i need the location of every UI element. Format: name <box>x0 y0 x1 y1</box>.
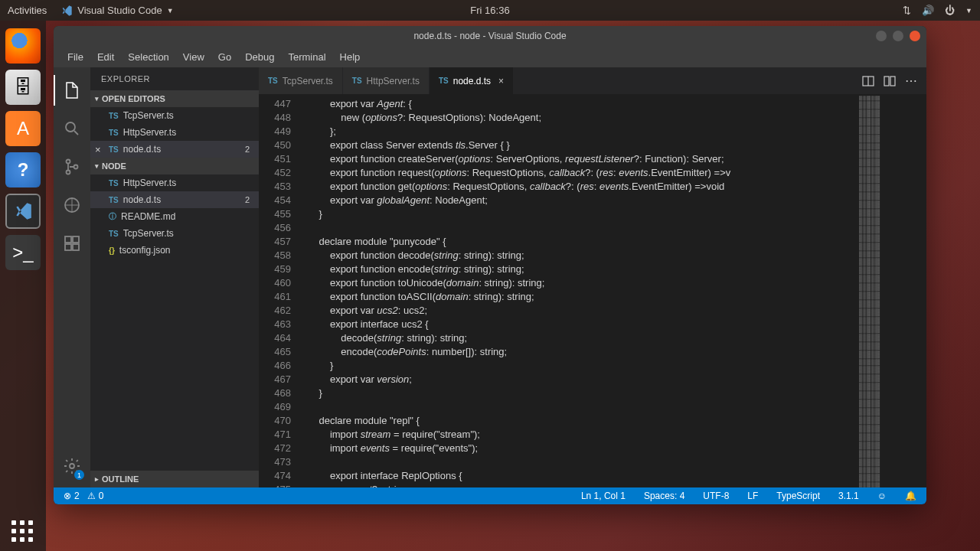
dock-firefox[interactable] <box>5 28 41 64</box>
debug-tab[interactable] <box>54 190 90 220</box>
menu-edit[interactable]: Edit <box>91 48 120 66</box>
more-actions-icon[interactable]: ⋯ <box>905 73 917 88</box>
svg-point-1 <box>67 160 70 164</box>
svg-point-9 <box>70 464 74 468</box>
ts-icon: TS <box>352 77 362 85</box>
menu-file[interactable]: File <box>61 48 90 66</box>
file-label: TcpServer.ts <box>123 110 174 121</box>
file-label: tsconfig.json <box>119 245 171 256</box>
gnome-clock[interactable]: Fri 16:36 <box>470 5 509 16</box>
explorer-tab[interactable] <box>54 75 90 106</box>
minimap[interactable]: ████ ███ █████ ███ ██████ ████ ███ █████… <box>858 94 926 487</box>
minimize-button[interactable] <box>876 31 887 41</box>
chevron-down-icon: ▼ <box>167 7 174 15</box>
dock-terminal[interactable]: >_ <box>5 235 41 270</box>
file-item[interactable]: TSnode.d.ts2 <box>90 191 259 208</box>
outline-section[interactable]: ▸OUTLINE <box>90 471 259 487</box>
open-editors-section[interactable]: ▾OPEN EDITORS <box>90 90 259 107</box>
open-editor-item[interactable]: TSHttpServer.ts <box>90 124 259 141</box>
file-item[interactable]: ⓘREADME.md <box>90 208 259 225</box>
sidebar-title: EXPLORER <box>90 67 259 90</box>
file-icon: TS <box>109 179 119 187</box>
dock-vscode[interactable] <box>5 194 41 229</box>
svg-rect-7 <box>65 244 71 250</box>
dock-show-apps[interactable] <box>11 520 33 542</box>
file-item[interactable]: TSTcpServer.ts <box>90 225 259 242</box>
svg-point-0 <box>66 122 75 132</box>
file-item[interactable]: {}tsconfig.json <box>90 242 259 259</box>
svg-rect-12 <box>890 77 895 86</box>
file-label: TcpServer.ts <box>123 228 174 239</box>
menu-terminal[interactable]: Terminal <box>282 48 332 66</box>
status-encoding[interactable]: UTF-8 <box>699 491 733 501</box>
dock-software[interactable]: A <box>5 111 41 146</box>
close-window-button[interactable] <box>910 31 920 41</box>
settings-tab[interactable]: 1 <box>54 451 90 481</box>
search-tab[interactable] <box>54 113 90 144</box>
dock-files[interactable]: 🗄 <box>5 70 41 105</box>
file-icon: ⓘ <box>109 211 116 222</box>
editor-layout-icon[interactable] <box>884 75 896 87</box>
file-icon: {} <box>109 246 115 255</box>
status-bell-icon[interactable]: 🔔 <box>901 491 920 501</box>
status-errors[interactable]: ⊗ 2 <box>60 491 83 501</box>
chevron-right-icon: ▸ <box>95 475 99 483</box>
status-cursor[interactable]: Ln 1, Col 1 <box>577 491 629 501</box>
svg-rect-6 <box>73 236 79 243</box>
menu-selection[interactable]: Selection <box>122 48 175 66</box>
status-warnings[interactable]: ⚠ 0 <box>83 491 108 501</box>
source-control-tab[interactable] <box>54 152 90 182</box>
gnome-top-bar: Activities Visual Studio Code ▼ Fri 16:3… <box>0 0 980 21</box>
maximize-button[interactable] <box>893 31 903 41</box>
svg-rect-11 <box>884 77 889 86</box>
ts-icon: TS <box>109 112 119 120</box>
file-label: HttpServer.ts <box>123 178 176 188</box>
project-section[interactable]: ▾NODE <box>90 158 259 174</box>
vscode-icon <box>60 5 73 17</box>
file-icon: TS <box>109 196 119 204</box>
code-editor[interactable]: 447 448 449 450 451 452 453 454 455 456 … <box>259 94 926 487</box>
status-feedback-icon[interactable]: ☺ <box>874 491 890 501</box>
project-label: NODE <box>102 161 126 171</box>
status-ts-version[interactable]: 3.1.1 <box>835 491 863 501</box>
volume-icon[interactable]: 🔊 <box>922 5 934 16</box>
editor-tab[interactable]: TSnode.d.ts× <box>430 67 514 94</box>
power-icon[interactable]: ⏻ <box>945 5 955 16</box>
open-editor-item[interactable]: ×TSnode.d.ts2 <box>90 141 259 158</box>
editor-tab[interactable]: TSHttpServer.ts <box>343 67 430 94</box>
chevron-down-icon: ▾ <box>95 95 99 103</box>
app-menu[interactable]: Visual Studio Code ▼ <box>60 5 173 17</box>
problems-badge: 2 <box>245 195 254 204</box>
svg-point-3 <box>74 165 78 169</box>
outline-label: OUTLINE <box>102 474 139 484</box>
menu-view[interactable]: View <box>177 48 211 66</box>
dock-help[interactable]: ? <box>5 152 41 187</box>
status-spaces[interactable]: Spaces: 4 <box>640 491 688 501</box>
network-icon[interactable]: ⇅ <box>903 5 911 16</box>
close-icon[interactable]: × <box>95 144 101 155</box>
menu-help[interactable]: Help <box>334 48 367 66</box>
window-title: node.d.ts - node - Visual Studio Code <box>413 31 566 41</box>
close-icon[interactable]: × <box>498 76 504 86</box>
split-editor-icon[interactable] <box>862 75 874 87</box>
file-label: node.d.ts <box>123 144 161 155</box>
ts-icon: TS <box>439 77 449 85</box>
tab-label: node.d.ts <box>453 76 491 86</box>
menu-go[interactable]: Go <box>212 48 237 66</box>
activity-bar: 1 <box>54 67 90 487</box>
activities-button[interactable]: Activities <box>8 5 47 16</box>
file-item[interactable]: TSHttpServer.ts <box>90 174 259 191</box>
editor-tabs: TSTcpServer.tsTSHttpServer.tsTSnode.d.ts… <box>259 67 926 94</box>
tab-label: HttpServer.ts <box>367 76 420 86</box>
chevron-down-icon: ▼ <box>965 7 972 15</box>
vscode-window: node.d.ts - node - Visual Studio Code Fi… <box>54 26 926 504</box>
problems-badge: 2 <box>245 145 254 154</box>
editor-tab[interactable]: TSTcpServer.ts <box>259 67 343 94</box>
status-language[interactable]: TypeScript <box>773 491 824 501</box>
extensions-tab[interactable] <box>54 228 90 259</box>
menu-debug[interactable]: Debug <box>239 48 280 66</box>
status-eol[interactable]: LF <box>743 491 762 501</box>
code-content[interactable]: export var Agent: { new (options?: Reque… <box>302 94 858 487</box>
tab-label: TcpServer.ts <box>283 76 333 86</box>
open-editor-item[interactable]: TSTcpServer.ts <box>90 107 259 124</box>
